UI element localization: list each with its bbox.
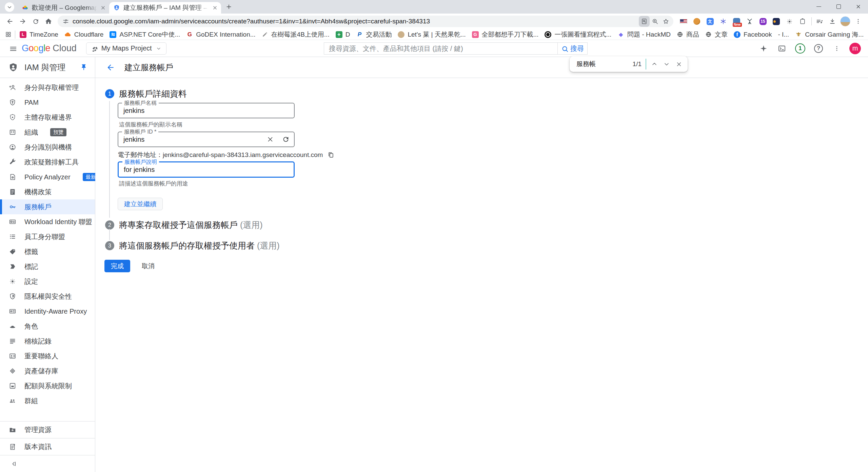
bookmark-download-all[interactable]: G全部都想手刀下載... — [469, 30, 542, 39]
browser-menu-button[interactable] — [852, 15, 865, 28]
cloud-search-field[interactable] — [324, 42, 558, 55]
sidebar-item-pam[interactable]: PAM — [0, 95, 95, 110]
create-and-continue-button[interactable]: 建立並繼續 — [118, 198, 163, 210]
site-permissions-icon[interactable] — [62, 18, 69, 25]
clipboard-extension-icon[interactable] — [798, 17, 807, 25]
sidebar-item-tags[interactable]: 標記 — [0, 259, 95, 274]
downloads-button[interactable] — [826, 15, 839, 28]
bookmark-d[interactable]: +D — [333, 30, 353, 39]
step-3-header[interactable]: 3 將這個服務帳戶的存取權授予使用者 (選用) — [105, 240, 280, 251]
bookmark-aspnet[interactable]: 知ASP.NET Core中使... — [106, 30, 183, 39]
forward-button[interactable] — [16, 15, 29, 28]
find-in-page-bar[interactable]: 服務帳 1/1 — [570, 56, 688, 72]
tab-search-button[interactable] — [5, 2, 14, 12]
bookmark-articles[interactable]: 文章 — [702, 30, 731, 39]
navy-extension-icon[interactable] — [772, 17, 780, 25]
reload-button[interactable] — [29, 15, 42, 28]
purple-15-extension-icon[interactable]: 15 — [759, 17, 767, 25]
back-button[interactable] — [3, 15, 16, 28]
bookmark-timezone[interactable]: LTimeZone — [17, 30, 61, 39]
help-button[interactable]: ? — [811, 41, 826, 56]
close-tab-icon[interactable] — [100, 5, 106, 11]
bookmark-paypal[interactable]: P交易活動 — [353, 30, 395, 39]
google-cloud-logo[interactable]: GoogleCloud — [22, 43, 77, 54]
sidebar-item-settings[interactable]: 設定 — [0, 274, 95, 289]
gemini-button[interactable] — [756, 41, 771, 56]
bookmark-cloudflare[interactable]: Cloudflare — [61, 30, 107, 39]
notifications-button[interactable]: 1 — [793, 41, 808, 56]
account-avatar[interactable]: m — [848, 41, 863, 56]
antenna-extension-icon[interactable] — [746, 17, 754, 25]
back-arrow-button[interactable] — [105, 62, 116, 73]
cloud-search-button[interactable]: 搜尋 — [558, 42, 588, 55]
sidebar-item-organizations[interactable]: 組織預覽 — [0, 125, 95, 140]
flag-extension-icon[interactable] — [679, 17, 688, 25]
sidebar-item-asset-inventory[interactable]: 資產儲存庫 — [0, 363, 95, 378]
project-picker-button[interactable]: My Maps Project — [86, 42, 166, 55]
cookie-extension-icon[interactable] — [693, 17, 701, 25]
pin-icon[interactable] — [78, 62, 90, 73]
window-restore-button[interactable] — [829, 0, 848, 13]
sidebar-item-labels[interactable]: 標籤 — [0, 244, 95, 259]
sidebar-item-roles[interactable]: 角色 — [0, 319, 95, 334]
bookmark-lets-fruit[interactable]: Let's 菓 | 天然果乾... — [395, 30, 469, 39]
sidebar-item-policy-troubleshooter[interactable]: 政策疑難排解工具 — [0, 155, 95, 170]
gear-extension-icon[interactable] — [785, 17, 793, 25]
apps-grid-icon[interactable] — [3, 29, 14, 40]
new-tab-button[interactable] — [223, 1, 235, 13]
window-close-button[interactable] — [848, 0, 868, 13]
sidebar-item-policy-analyzer[interactable]: Policy Analyzer最新 — [0, 170, 95, 184]
sidebar-item-org-policies[interactable]: 機構政策 — [0, 184, 95, 199]
bookmark-facebook[interactable]: fFacebook — [731, 30, 775, 39]
close-tab-icon[interactable] — [212, 5, 218, 11]
bookmark-star-icon[interactable] — [660, 16, 671, 27]
copy-icon[interactable] — [328, 152, 334, 158]
bookmark-hackmd[interactable]: ◆問題 - HackMD — [614, 30, 674, 39]
snowflake-extension-icon[interactable] — [719, 17, 727, 25]
bookmark-godex[interactable]: GGoDEX Internation... — [183, 30, 258, 39]
clear-id-icon[interactable] — [267, 136, 274, 143]
cloud-search-input[interactable] — [325, 45, 557, 53]
service-account-name-field[interactable]: 服務帳戶名稱 jenkins — [118, 103, 295, 118]
cloud-shell-button[interactable] — [774, 41, 789, 56]
find-close-button[interactable] — [673, 58, 685, 70]
sidebar-item-iam[interactable]: 身分與存取權管理 — [0, 80, 95, 95]
find-query-text[interactable]: 服務帳 — [576, 60, 633, 68]
done-button[interactable]: 完成 — [104, 260, 130, 272]
address-bar[interactable]: console.cloud.google.com/iam-admin/servi… — [58, 16, 673, 27]
service-account-description-field[interactable]: 服務帳戶說明 for jenkins — [118, 161, 295, 178]
cancel-button[interactable]: 取消 — [142, 262, 155, 271]
sidebar-item-essential-contacts[interactable]: 重要聯絡人 — [0, 349, 95, 363]
bookmark-programming[interactable]: 一張圖看懂寫程式... — [541, 30, 614, 39]
bookmark-toby[interactable]: Toby — [867, 30, 868, 39]
sidebar-item-service-accounts[interactable]: 服務帳戶 — [0, 199, 95, 214]
browser-profile-avatar[interactable] — [839, 15, 852, 28]
step-2-header[interactable]: 2 將專案存取權授予這個服務帳戶 (選用) — [105, 219, 263, 231]
bookmark-corsair[interactable]: Corsair Gaming 海... — [792, 30, 867, 39]
find-previous-button[interactable] — [648, 58, 660, 70]
navigation-menu-button[interactable] — [5, 41, 20, 56]
bookmark-raspberrypi[interactable]: 在樹莓派4B上使用... — [259, 30, 333, 39]
find-in-page-icon[interactable] — [639, 16, 650, 27]
service-account-id-field[interactable]: 服務帳戶 ID * jenkins — [118, 132, 295, 147]
playlist-icon[interactable] — [813, 15, 826, 28]
sidebar-item-workforce-identity[interactable]: 員工身分聯盟 — [0, 229, 95, 244]
sidebar-item-audit-logs[interactable]: 稽核記錄 — [0, 334, 95, 349]
sidebar-item-quotas[interactable]: 配額與系統限制 — [0, 378, 95, 393]
tab-welcome-googlemap[interactable]: 歡迎使用 – Googlemap – Goo... — [18, 2, 109, 14]
more-options-button[interactable] — [829, 41, 844, 56]
sidebar-collapse-button[interactable] — [0, 455, 95, 472]
sidebar-item-release-notes[interactable]: 版本資訊 — [0, 438, 95, 455]
sidebar-item-manage-resources[interactable]: 管理資源 — [0, 421, 95, 438]
home-button[interactable] — [42, 15, 55, 28]
sidebar-item-groups[interactable]: 群組 — [0, 393, 95, 408]
bookmark-partial[interactable]: - I... — [775, 30, 792, 39]
url-text[interactable]: console.cloud.google.com/iam-admin/servi… — [73, 18, 639, 25]
translate-extension-icon[interactable]: 文 — [706, 17, 714, 25]
window-minimize-button[interactable] — [809, 0, 829, 13]
sidebar-item-identity-organization[interactable]: 身分識別與機構 — [0, 140, 95, 155]
zoom-icon[interactable] — [650, 16, 660, 27]
tab-create-service-account[interactable]: 建立服務帳戶 – IAM 與管理 – M... — [109, 2, 221, 14]
sidebar-item-principal-access-boundary[interactable]: 主體存取權邊界 — [0, 110, 95, 125]
regenerate-id-icon[interactable] — [282, 136, 290, 143]
